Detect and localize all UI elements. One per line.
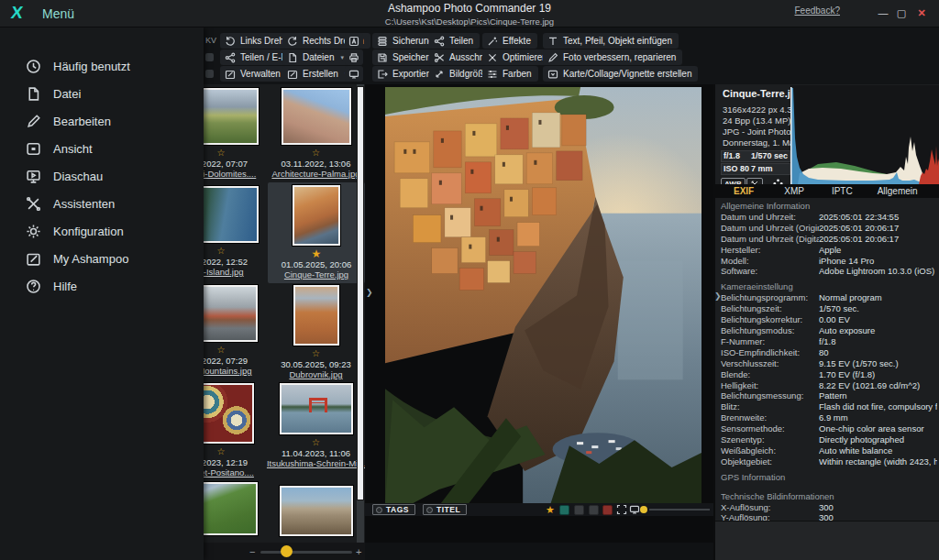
sidebar-item-hilfe[interactable]: Hilfe (0, 273, 204, 299)
thumbnail-hills[interactable] (204, 482, 267, 538)
thumbnail-cinque-terre-selected[interactable]: ★ 01.05.2025, 20:06 Cinque-Terre.jpg (268, 182, 365, 283)
main-photo[interactable] (385, 87, 701, 503)
exif-label: Hersteller: (721, 245, 819, 256)
slideshow-button[interactable] (345, 66, 363, 82)
color-label-red[interactable] (602, 505, 613, 515)
color-label-gray-2[interactable] (589, 505, 599, 515)
collapse-thumbnails-chevron-icon[interactable]: ❯ (366, 288, 373, 297)
thumbnail-dubrovnik[interactable]: ☆ 30.05.2025, 09:23 Dubrovnik.jpg (269, 285, 363, 379)
thumbnail-date: 0.2022, 07:07 (204, 159, 248, 169)
titel-button[interactable]: TITEL (423, 504, 467, 515)
share-button[interactable]: Teilen (429, 33, 480, 49)
star-rating-icon[interactable]: ☆ (217, 148, 226, 159)
tab-exif[interactable]: EXIF (734, 186, 754, 196)
chevron-down-icon[interactable]: ▾ (340, 54, 344, 61)
thumbnail-scrollbar[interactable] (357, 84, 364, 543)
button-label: Dateien (303, 52, 334, 62)
card-collage-button[interactable]: Karte/Collage/Vignette erstellen (543, 66, 698, 82)
thumbnail-filename[interactable]: s-Mountains.jpg (204, 366, 252, 376)
thumbnail-filename[interactable]: ri-Island.jpg (204, 267, 244, 277)
thumbnail-filename[interactable]: Itsukushima-Schrein-Mi... (267, 458, 365, 468)
maximize-icon[interactable]: ▢ (893, 5, 910, 21)
info-panel: Cinque-Terre.jpg 3166x4222 px 4.36 MB 24… (715, 84, 939, 560)
star-rating-icon[interactable]: ☆ (312, 437, 320, 448)
thumbnail-mailboxes[interactable] (269, 486, 363, 539)
button-label: Speichern (392, 52, 434, 62)
monitor-icon[interactable] (629, 504, 640, 515)
minimize-icon[interactable]: — (875, 5, 891, 21)
color-label-gray-1[interactable] (574, 505, 584, 515)
thumbnail-filename[interactable]: Cinque-Terre.jpg (284, 269, 348, 280)
rating-star-icon[interactable]: ★ (546, 504, 555, 516)
image-icon (26, 141, 41, 157)
tags-button[interactable]: TAGS (372, 504, 415, 515)
menu-button[interactable]: Menü (42, 6, 74, 21)
sidebar-item-assistenten[interactable]: Assistenten (0, 191, 204, 216)
viewer-zoom-slider[interactable] (649, 509, 710, 511)
thumbnail-filename[interactable]: Dubrovnik.jpg (289, 369, 342, 379)
exif-label: Belichtungszeit: (721, 303, 819, 314)
tags-label: TAGS (386, 505, 409, 514)
thumbnail-siusi-dolomites[interactable]: ☆ 0.2022, 07:07 Siusi-Dolomites.... (204, 88, 267, 179)
feedback-link[interactable]: Feedback? (795, 5, 840, 16)
scissors-icon (434, 52, 445, 63)
exif-value: 6.9 mm (819, 412, 937, 423)
thumbnail-filename[interactable]: Architecture-Palma.jpg (271, 169, 359, 179)
fullscreen-icon[interactable] (616, 504, 627, 515)
star-rating-icon[interactable]: ☆ (312, 148, 320, 159)
star-rating-icon[interactable]: ★ (312, 248, 322, 259)
thumbnail-market-positano[interactable]: ☆ 0.2023, 12:19 arket-Positano.... (204, 383, 267, 478)
slider-knob[interactable] (281, 545, 293, 557)
exif-row: Hersteller:Apple (721, 245, 937, 256)
scrollbar-thumb[interactable] (357, 86, 364, 500)
zoom-dot-knob[interactable] (640, 506, 647, 513)
exif-section-technical: Technische Bildinformationen X-Auflösung… (721, 491, 937, 521)
exif-row: Helligkeit:8.22 EV (1021.69 cd/m^2) (721, 380, 937, 391)
thumbnail-filename[interactable]: Siusi-Dolomites.... (204, 169, 256, 179)
effects-button[interactable]: Effekte (482, 33, 537, 49)
exif-value: One-chip color area sensor (819, 423, 937, 434)
iso-value: ISO 80 (722, 164, 751, 174)
sliders-icon (487, 69, 498, 80)
sidebar-item-my-ashampoo[interactable]: My Ashampoo (0, 246, 204, 271)
enhance-photo-button[interactable]: Foto verbessern, reparieren (543, 49, 682, 65)
close-icon[interactable]: ✕ (913, 5, 930, 21)
auto-correct-button[interactable] (345, 33, 363, 49)
files-dropdown-button[interactable]: Dateien▾ (282, 49, 350, 65)
sidebar-item-bearbeiten[interactable]: Bearbeiten (0, 108, 204, 134)
pencil-icon (26, 114, 41, 129)
thumbnail-itsukushima[interactable]: ☆ 11.04.2023, 11:06 Itsukushima-Schrein-… (269, 383, 363, 468)
thumbnail-architecture-palma[interactable]: ☆ 03.11.2022, 13:06 Architecture-Palma.j… (269, 88, 363, 179)
sidebar-item-diaschau[interactable]: Diaschau (0, 163, 204, 189)
image-viewer: ❯ (365, 84, 715, 543)
colors-button[interactable]: Farben (482, 66, 538, 82)
exif-row: Verschlusszeit:9.15 EV (1/570 sec.) (721, 358, 937, 369)
tab-xmp[interactable]: XMP (784, 186, 804, 196)
create-dropdown-button[interactable]: Erstellen▾ (282, 66, 354, 82)
color-label-teal[interactable] (559, 505, 569, 515)
star-rating-icon[interactable]: ☆ (217, 246, 226, 257)
zoom-in-icon[interactable]: + (356, 546, 361, 557)
zoom-out-icon[interactable]: − (249, 546, 255, 557)
thumbnail-image (282, 88, 351, 145)
sidebar-item-ansicht[interactable]: Ansicht (0, 136, 204, 161)
collapse-info-panel-chevron-icon[interactable]: ❯ (714, 291, 722, 301)
sidebar-item-konfiguration[interactable]: Konfiguration (0, 218, 204, 244)
sidebar-item-label: Ansicht (53, 142, 93, 156)
thumbnail-filename[interactable]: arket-Positano.... (204, 467, 254, 478)
exif-value: Within rectangle (width 2423, height 139 (819, 456, 937, 467)
sidebar-item-datei[interactable]: Datei (0, 81, 204, 106)
thumbnail-island[interactable]: ☆ 1.2022, 12:52 ri-Island.jpg (204, 186, 267, 277)
sidebar-item-haeufig-benutzt[interactable]: Häufig benutzt (0, 53, 204, 79)
tab-iptc[interactable]: IPTC (832, 186, 853, 196)
exif-value: Normal program (819, 292, 937, 303)
tab-allgemein[interactable]: Allgemein (878, 186, 918, 196)
print-button[interactable] (345, 49, 363, 65)
thumbnail-mountains[interactable]: ☆ 0.2022, 07:29 s-Mountains.jpg (204, 285, 267, 376)
star-rating-icon[interactable]: ☆ (312, 348, 320, 359)
star-rating-icon[interactable]: ☆ (217, 345, 226, 356)
toolbar-clipped-fragment: KV (205, 36, 216, 45)
thumbnail-size-slider[interactable] (260, 551, 352, 554)
star-rating-icon[interactable]: ☆ (217, 446, 226, 457)
insert-text-button[interactable]: Text, Pfeil, Objekt einfügen (543, 33, 679, 49)
